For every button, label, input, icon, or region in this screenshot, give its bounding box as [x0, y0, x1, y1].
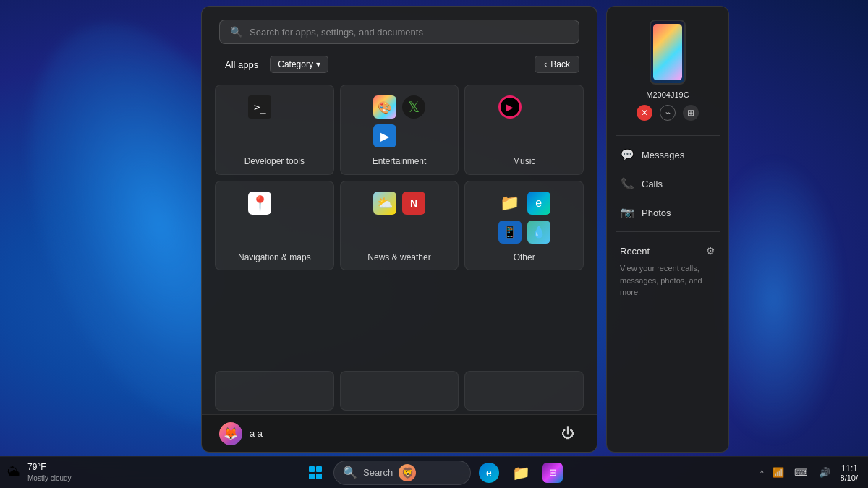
movie-icon-cell: ▶ — [372, 123, 398, 149]
search-copilot-icon: 🦁 — [399, 464, 416, 481]
empty-cell-10 — [276, 219, 302, 245]
groove-music-icon: ▶ — [498, 95, 522, 119]
weather-info[interactable]: 79°F Mostly cloudy — [27, 462, 72, 483]
news-weather-label: News & weather — [367, 252, 430, 262]
paint-icon: 🎨 — [373, 95, 396, 119]
taskbar-search-icon: 🔍 — [343, 466, 357, 479]
empty-cell-12 — [401, 219, 427, 245]
weather-icon-cell: ⛅ — [372, 190, 398, 216]
navigation-icons: 📍 — [247, 190, 302, 245]
navigation-maps-label: Navigation & maps — [238, 252, 311, 262]
edge-icon: e — [527, 192, 550, 215]
other-icons: 📁 e 📱 💧 — [497, 190, 552, 245]
back-arrow-icon: ‹ — [544, 59, 547, 69]
edge-icon-cell: e — [526, 190, 552, 216]
droplet-icon-cell: 💧 — [526, 219, 552, 245]
tray-expand-chevron[interactable]: ^ — [759, 468, 765, 478]
phone-bluetooth-button[interactable]: ⌁ — [660, 105, 676, 121]
phone-menu-messages[interactable]: 💬 Messages — [616, 140, 720, 169]
empty-cell-7 — [526, 123, 552, 149]
category-tile-entertainment[interactable]: 🎨 𝕏 ▶ Entertainment — [340, 85, 459, 175]
start-search-bar[interactable]: 🔍 Search for apps, settings, and documen… — [219, 20, 579, 44]
taskbar-store-button[interactable]: ⊞ — [539, 459, 566, 487]
start-bottom-bar: 🦊 a a ⏻ — [202, 414, 597, 452]
entertainment-label: Entertainment — [373, 156, 427, 166]
empty-cell-11 — [372, 219, 398, 245]
photos-icon: 📷 — [620, 205, 634, 220]
developer-tools-label: Developer tools — [244, 156, 305, 166]
category-tile-music[interactable]: ▶ Music — [464, 85, 584, 175]
empty-cell-5 — [526, 94, 552, 120]
phone-image — [650, 20, 686, 85]
power-button[interactable]: ⏻ — [556, 422, 579, 445]
phone-menu-calls[interactable]: 📞 Calls — [616, 169, 720, 198]
taskbar-file-explorer-button[interactable]: 📁 — [507, 459, 535, 487]
search-placeholder-text: Search for apps, settings, and documents — [250, 27, 569, 38]
taskbar-center: 🔍 Search 🦁 e 📁 ⊞ — [302, 459, 566, 487]
volume-tray-icon[interactable]: 🔊 — [814, 463, 835, 483]
news-icon: N — [402, 192, 425, 215]
category-tile-other[interactable]: 📁 e 📱 💧 Other — [464, 181, 584, 271]
system-clock[interactable]: 11:1 8/10/ — [838, 462, 861, 484]
taskbar: 🌥 79°F Mostly cloudy 🔍 Search 🦁 — [0, 456, 868, 488]
all-apps-button[interactable]: All apps — [219, 56, 264, 73]
calls-label: Calls — [642, 179, 663, 189]
phone-icon-cell: 📱 — [497, 219, 523, 245]
windows-logo-icon — [309, 466, 322, 479]
phone-link-button[interactable]: ⊞ — [683, 105, 699, 121]
paint-icon-cell: 🎨 — [372, 94, 398, 120]
groove-icon-cell: ▶ — [497, 94, 523, 120]
category-button[interactable]: Category ▾ — [270, 56, 328, 73]
network-tray-icon[interactable]: 📶 — [768, 463, 788, 483]
taskbar-right: ^ 📶 ⌨ 🔊 11:1 8/10/ — [745, 462, 861, 484]
file-explorer-icon: 📁 — [498, 192, 522, 215]
music-icons: ▶ — [497, 94, 552, 149]
category-tile-navigation-maps[interactable]: 📍 Navigation & maps — [215, 181, 334, 271]
messages-icon: 💬 — [620, 147, 634, 162]
calls-icon: 📞 — [620, 176, 634, 191]
developer-tools-icons: >_ — [247, 94, 302, 149]
microsoft-store-icon: ⊞ — [542, 463, 563, 483]
phone-screen — [653, 24, 682, 80]
category-tile-news-weather[interactable]: ⛅ N News & weather — [340, 181, 459, 271]
maps-icon-cell: 📍 — [247, 190, 273, 216]
keyboard-tray-icon[interactable]: ⌨ — [791, 463, 812, 483]
user-avatar: 🦊 — [219, 422, 242, 445]
toolbar-left: All apps Category ▾ — [219, 56, 328, 73]
start-menu: 🔍 Search for apps, settings, and documen… — [201, 6, 597, 453]
photos-label: Photos — [642, 207, 671, 218]
taskbar-search-bar[interactable]: 🔍 Search 🦁 — [333, 461, 471, 485]
windows-start-button[interactable] — [302, 459, 329, 487]
your-phone-icon: 📱 — [498, 221, 522, 244]
maps-icon: 📍 — [248, 192, 271, 215]
taskbar-edge-button[interactable]: e — [475, 459, 503, 487]
files-icon-cell: 📁 — [497, 190, 523, 216]
user-info[interactable]: 🦊 a a — [219, 422, 263, 445]
recent-settings-button[interactable]: ⚙ — [706, 245, 715, 257]
empty-cell-6 — [497, 123, 523, 149]
category-tile-developer-tools[interactable]: >_ Developer tools — [215, 85, 334, 175]
taskbar-search-text: Search — [363, 467, 393, 478]
xbox-icon-cell: 𝕏 — [401, 94, 427, 120]
droplet-app-icon: 💧 — [527, 221, 550, 244]
back-button[interactable]: ‹ Back — [535, 56, 579, 73]
partial-category-row — [202, 371, 597, 414]
news-icon-cell: N — [401, 190, 427, 216]
phone-link-panel: M2004J19C ✕ ⌁ ⊞ 💬 Messages 📞 Calls 📷 Pho… — [606, 6, 729, 453]
clock-time-display: 11:1 — [841, 463, 858, 474]
movies-tv-icon: ▶ — [373, 124, 396, 147]
user-name-label: a a — [250, 428, 263, 439]
phone-panel-divider-2 — [616, 231, 720, 232]
recent-header: Recent ⚙ — [616, 242, 720, 260]
empty-cell-4 — [401, 123, 427, 149]
file-explorer-taskbar-icon: 📁 — [512, 464, 530, 481]
phone-panel-divider — [616, 135, 720, 136]
empty-cell-9 — [247, 219, 273, 245]
phone-menu-photos[interactable]: 📷 Photos — [616, 198, 720, 227]
empty-cell-2 — [247, 123, 273, 149]
empty-cell-1 — [276, 94, 302, 120]
terminal-icon-cell: >_ — [247, 94, 273, 120]
chevron-down-icon: ▾ — [316, 59, 320, 69]
clock-date-display: 8/10/ — [841, 474, 858, 482]
phone-disconnect-button[interactable]: ✕ — [637, 105, 652, 121]
